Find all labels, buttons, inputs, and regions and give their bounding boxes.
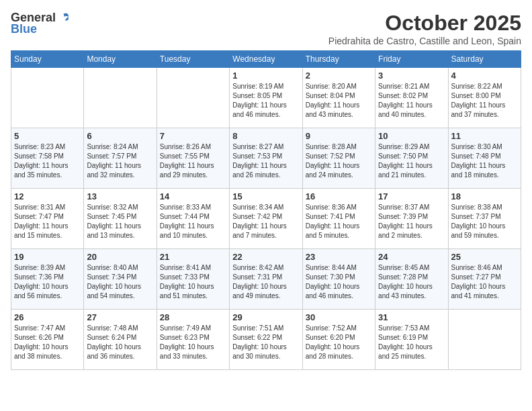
day-number: 18 [451,191,518,201]
day-number: 24 [378,252,445,262]
calendar-cell: 31Sunrise: 7:53 AM Sunset: 6:19 PM Dayli… [375,310,448,370]
day-info: Sunrise: 8:42 AM Sunset: 7:31 PM Dayligh… [232,263,299,301]
day-number: 17 [378,191,445,201]
calendar-cell: 26Sunrise: 7:47 AM Sunset: 6:26 PM Dayli… [11,310,84,370]
logo-bird-icon [57,11,71,25]
day-of-week-header: Friday [375,51,448,68]
calendar-cell: 10Sunrise: 8:29 AM Sunset: 7:50 PM Dayli… [375,128,448,189]
calendar-cell: 19Sunrise: 8:39 AM Sunset: 7:36 PM Dayli… [11,249,84,310]
calendar-week-row: 5Sunrise: 8:23 AM Sunset: 7:58 PM Daylig… [11,128,521,189]
day-info: Sunrise: 8:30 AM Sunset: 7:48 PM Dayligh… [451,142,518,180]
day-number: 15 [232,191,299,201]
page-header: General Blue October 2025 Piedrahita de … [11,11,521,46]
day-info: Sunrise: 8:29 AM Sunset: 7:50 PM Dayligh… [378,142,445,180]
day-info: Sunrise: 8:41 AM Sunset: 7:33 PM Dayligh… [160,263,226,301]
day-info: Sunrise: 7:53 AM Sunset: 6:19 PM Dayligh… [378,324,445,361]
calendar-cell: 7Sunrise: 8:26 AM Sunset: 7:55 PM Daylig… [157,128,229,189]
day-info: Sunrise: 8:23 AM Sunset: 7:58 PM Dayligh… [14,142,81,180]
title-section: October 2025 Piedrahita de Castro, Casti… [328,11,521,46]
calendar-cell: 9Sunrise: 8:28 AM Sunset: 7:52 PM Daylig… [302,128,375,189]
day-number: 29 [232,312,299,322]
day-number: 30 [306,312,372,322]
calendar-cell: 17Sunrise: 8:37 AM Sunset: 7:39 PM Dayli… [375,189,448,249]
calendar-cell: 4Sunrise: 8:22 AM Sunset: 8:00 PM Daylig… [448,68,521,128]
logo-blue: Blue [11,22,37,36]
calendar-week-row: 19Sunrise: 8:39 AM Sunset: 7:36 PM Dayli… [11,249,521,310]
day-info: Sunrise: 7:51 AM Sunset: 6:22 PM Dayligh… [232,324,299,361]
day-number: 23 [306,252,372,262]
day-info: Sunrise: 8:19 AM Sunset: 8:05 PM Dayligh… [232,82,299,120]
day-number: 5 [14,131,81,141]
calendar-week-row: 12Sunrise: 8:31 AM Sunset: 7:47 PM Dayli… [11,189,521,249]
day-info: Sunrise: 8:24 AM Sunset: 7:57 PM Dayligh… [87,142,153,180]
calendar-cell: 30Sunrise: 7:52 AM Sunset: 6:20 PM Dayli… [302,310,375,370]
calendar-cell: 23Sunrise: 8:44 AM Sunset: 7:30 PM Dayli… [302,249,375,310]
day-info: Sunrise: 8:32 AM Sunset: 7:45 PM Dayligh… [87,203,153,240]
day-info: Sunrise: 7:47 AM Sunset: 6:26 PM Dayligh… [14,324,81,361]
calendar-cell: 27Sunrise: 7:48 AM Sunset: 6:24 PM Dayli… [84,310,157,370]
day-number: 28 [160,312,226,322]
day-info: Sunrise: 8:26 AM Sunset: 7:55 PM Dayligh… [160,142,226,180]
day-of-week-header: Sunday [11,51,84,68]
calendar-table: SundayMondayTuesdayWednesdayThursdayFrid… [11,50,521,370]
calendar-cell: 15Sunrise: 8:34 AM Sunset: 7:42 PM Dayli… [230,189,302,249]
calendar-cell: 16Sunrise: 8:36 AM Sunset: 7:41 PM Dayli… [302,189,375,249]
day-info: Sunrise: 8:22 AM Sunset: 8:00 PM Dayligh… [451,82,518,120]
calendar-week-row: 26Sunrise: 7:47 AM Sunset: 6:26 PM Dayli… [11,310,521,370]
day-info: Sunrise: 8:38 AM Sunset: 7:37 PM Dayligh… [451,203,518,240]
day-info: Sunrise: 8:34 AM Sunset: 7:42 PM Dayligh… [232,203,299,240]
day-info: Sunrise: 8:44 AM Sunset: 7:30 PM Dayligh… [306,263,372,301]
day-number: 21 [160,252,226,262]
day-info: Sunrise: 8:40 AM Sunset: 7:34 PM Dayligh… [87,263,153,301]
day-info: Sunrise: 7:52 AM Sunset: 6:20 PM Dayligh… [306,324,372,361]
calendar-cell: 3Sunrise: 8:21 AM Sunset: 8:02 PM Daylig… [375,68,448,128]
day-of-week-header: Monday [84,51,157,68]
day-number: 1 [232,71,299,81]
day-number: 6 [87,131,153,141]
calendar-cell: 6Sunrise: 8:24 AM Sunset: 7:57 PM Daylig… [84,128,157,189]
day-info: Sunrise: 7:49 AM Sunset: 6:23 PM Dayligh… [160,324,226,361]
day-number: 20 [87,252,153,262]
day-of-week-header: Saturday [448,51,521,68]
day-info: Sunrise: 8:45 AM Sunset: 7:28 PM Dayligh… [378,263,445,301]
day-of-week-header: Wednesday [230,51,302,68]
calendar-cell: 2Sunrise: 8:20 AM Sunset: 8:04 PM Daylig… [302,68,375,128]
calendar-cell [157,68,229,128]
calendar-cell [448,310,521,370]
calendar-cell [84,68,157,128]
calendar-cell [11,68,84,128]
calendar-cell: 1Sunrise: 8:19 AM Sunset: 8:05 PM Daylig… [230,68,302,128]
day-number: 16 [306,191,372,201]
day-number: 12 [14,191,81,201]
day-number: 4 [451,71,518,81]
calendar-cell: 20Sunrise: 8:40 AM Sunset: 7:34 PM Dayli… [84,249,157,310]
day-number: 27 [87,312,153,322]
calendar-cell: 12Sunrise: 8:31 AM Sunset: 7:47 PM Dayli… [11,189,84,249]
day-info: Sunrise: 8:31 AM Sunset: 7:47 PM Dayligh… [14,203,81,240]
day-info: Sunrise: 8:27 AM Sunset: 7:53 PM Dayligh… [232,142,299,180]
location-title: Piedrahita de Castro, Castille and Leon,… [328,36,521,46]
day-info: Sunrise: 8:33 AM Sunset: 7:44 PM Dayligh… [160,203,226,240]
day-number: 3 [378,71,445,81]
calendar-header-row: SundayMondayTuesdayWednesdayThursdayFrid… [11,51,521,68]
calendar-cell: 21Sunrise: 8:41 AM Sunset: 7:33 PM Dayli… [157,249,229,310]
calendar-cell: 24Sunrise: 8:45 AM Sunset: 7:28 PM Dayli… [375,249,448,310]
day-info: Sunrise: 8:20 AM Sunset: 8:04 PM Dayligh… [306,82,372,120]
day-number: 10 [378,131,445,141]
day-of-week-header: Tuesday [157,51,229,68]
day-number: 2 [306,71,372,81]
calendar-cell: 29Sunrise: 7:51 AM Sunset: 6:22 PM Dayli… [230,310,302,370]
day-info: Sunrise: 8:28 AM Sunset: 7:52 PM Dayligh… [306,142,372,180]
calendar-cell: 28Sunrise: 7:49 AM Sunset: 6:23 PM Dayli… [157,310,229,370]
calendar-cell: 14Sunrise: 8:33 AM Sunset: 7:44 PM Dayli… [157,189,229,249]
day-number: 14 [160,191,226,201]
day-number: 7 [160,131,226,141]
day-info: Sunrise: 8:37 AM Sunset: 7:39 PM Dayligh… [378,203,445,240]
calendar-week-row: 1Sunrise: 8:19 AM Sunset: 8:05 PM Daylig… [11,68,521,128]
day-number: 11 [451,131,518,141]
day-number: 13 [87,191,153,201]
month-title: October 2025 [328,11,521,36]
day-number: 26 [14,312,81,322]
calendar-cell: 5Sunrise: 8:23 AM Sunset: 7:58 PM Daylig… [11,128,84,189]
logo: General Blue [11,11,71,36]
